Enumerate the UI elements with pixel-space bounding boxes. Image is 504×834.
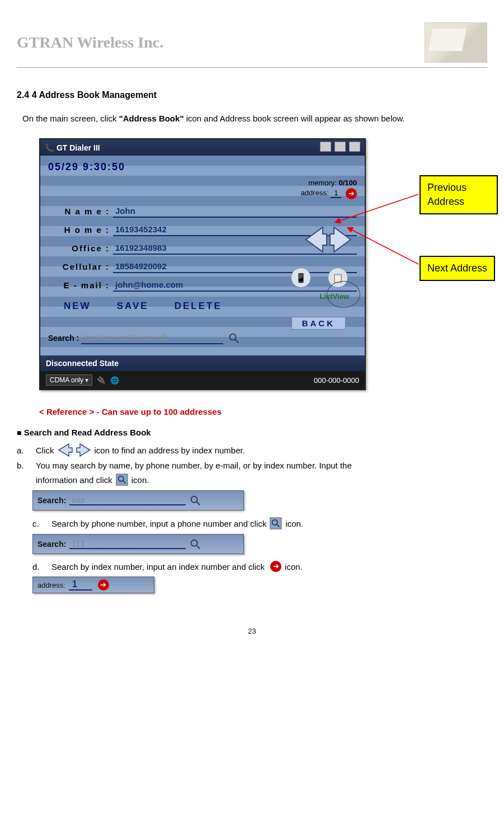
app-window: 📞 GT Dialer III 05/29 9:30:50 memory: 0/…: [39, 138, 366, 390]
page-header: GTRAN Wireless Inc.: [17, 22, 487, 68]
svg-line-15: [197, 546, 200, 549]
search-input[interactable]: Input keyword for search.: [81, 332, 223, 344]
go-arrow-icon[interactable]: ➔: [98, 579, 109, 591]
status-bar: Disconnected State: [40, 355, 365, 371]
name-row: N a m e : John: [48, 205, 357, 218]
previous-arrow-icon: [306, 227, 327, 252]
bottom-bar: CDMA only ▾ 🔌 🌐 000-000-0000: [40, 371, 365, 389]
svg-marker-5: [77, 444, 90, 456]
close-icon[interactable]: [349, 142, 360, 152]
svg-marker-4: [59, 444, 72, 456]
item-c: c. Search by phone number, input a phone…: [32, 517, 487, 530]
intro-text: On the main screen, click "Address Book"…: [22, 110, 482, 127]
app-title: 📞 GT Dialer III: [45, 143, 100, 152]
back-button-wrap: BACK: [48, 318, 346, 329]
mode-dropdown[interactable]: CDMA only ▾: [46, 374, 92, 386]
search-row: Search : Input keyword for search.: [48, 332, 357, 344]
button-row: NEW SAVE DELETE: [59, 298, 357, 314]
memory-line: memory: 0/100: [48, 179, 357, 187]
company-name: GTRAN Wireless Inc.: [17, 34, 163, 51]
search-icon[interactable]: [189, 538, 201, 550]
page-number: 23: [17, 627, 487, 635]
callout-previous: Previous Address: [420, 175, 498, 214]
window-controls[interactable]: [319, 142, 360, 153]
prev-next-arrows-icon: [58, 443, 91, 457]
search-example-aaa: Search: aaa: [32, 490, 244, 510]
go-arrow-icon[interactable]: ➔: [346, 188, 357, 199]
datetime: 05/29 9:30:50: [48, 161, 357, 173]
maximize-icon[interactable]: [335, 142, 346, 152]
svg-rect-6: [116, 474, 128, 485]
listview-label: ListView: [319, 292, 349, 301]
tray-icon-1[interactable]: 🔌: [97, 376, 106, 385]
section-title: 2.4 4 Address Book Management: [17, 90, 487, 100]
square-bullet-icon: ■: [17, 428, 21, 437]
search-icon[interactable]: [228, 332, 240, 344]
go-arrow-icon: ➔: [270, 561, 281, 572]
app-body: 05/29 9:30:50 memory: 0/100 address: 1 ➔…: [40, 156, 365, 355]
intro-post: icon and Address book screen will appear…: [186, 114, 405, 123]
address-line: address: 1 ➔: [48, 188, 357, 199]
minimize-icon[interactable]: [320, 142, 331, 152]
item-b-cont: information and click icon.: [17, 474, 487, 486]
title-bar: 📞 GT Dialer III: [40, 139, 365, 156]
svg-rect-11: [270, 518, 281, 529]
intro-bold: "Address Book": [119, 114, 184, 123]
svg-line-1: [235, 340, 239, 343]
phone-icon[interactable]: 📱: [291, 268, 311, 288]
side-icons: 📱 📋: [291, 268, 348, 288]
item-d: d. Search by index number, input an inde…: [32, 561, 487, 572]
product-image: [425, 22, 487, 63]
search-icon: [270, 517, 282, 530]
search-icon[interactable]: [189, 494, 201, 507]
item-b: b. You may search by name, by phone numb…: [17, 461, 487, 470]
search-example-111: Search: 111: [32, 534, 244, 554]
screenshot-figure: 📞 GT Dialer III 05/29 9:30:50 memory: 0/…: [39, 138, 498, 390]
svg-point-0: [230, 334, 236, 340]
phone-display: 000-000-0000: [314, 376, 359, 385]
back-button[interactable]: BACK: [291, 317, 346, 330]
save-button[interactable]: SAVE: [112, 298, 153, 314]
listview-icon[interactable]: 📋: [328, 268, 348, 288]
svg-point-9: [191, 496, 197, 503]
tray-icon-2[interactable]: 🌐: [110, 376, 119, 385]
address-example: address: 1 ➔: [32, 577, 154, 593]
svg-line-10: [197, 502, 200, 505]
intro-pre: On the main screen, click: [22, 114, 119, 123]
address-example-input[interactable]: 1: [69, 579, 92, 591]
search-read-heading: ■ Search and Read Address Book: [17, 428, 487, 437]
search-example-input[interactable]: aaa: [69, 495, 186, 505]
nav-arrows[interactable]: [303, 223, 354, 259]
new-button[interactable]: NEW: [59, 298, 96, 314]
search-example-input[interactable]: 111: [69, 539, 186, 549]
search-icon: [116, 474, 128, 486]
name-input[interactable]: John: [113, 205, 357, 218]
reference-note: < Reference > - Can save up to 100 addre…: [39, 407, 487, 416]
svg-point-14: [191, 540, 197, 546]
callout-next: Next Address: [420, 256, 495, 281]
delete-button[interactable]: DELETE: [170, 298, 227, 314]
next-arrow-icon: [330, 227, 351, 252]
item-a: a. Click icon to find an address by inde…: [17, 443, 487, 457]
